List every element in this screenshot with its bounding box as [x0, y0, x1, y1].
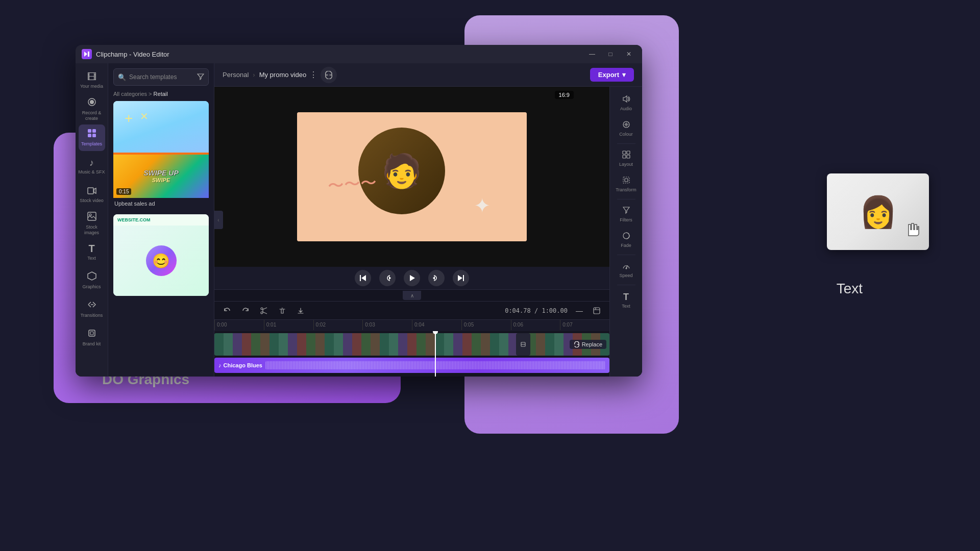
sidebar-item-music-sfx[interactable]: ♪ Music & SFX	[79, 153, 105, 180]
search-input[interactable]: Search templates	[129, 73, 194, 81]
search-box[interactable]: 🔍 Search templates	[113, 68, 209, 86]
delete-button[interactable]	[276, 304, 289, 317]
squiggle-decoration: 〜〜〜	[327, 171, 377, 198]
svg-rect-0	[88, 52, 89, 57]
maximize-button[interactable]: □	[603, 49, 618, 59]
timeline-collapse-button[interactable]: ∧	[403, 291, 421, 300]
export-button[interactable]: Export ▾	[590, 68, 634, 82]
svg-point-16	[261, 308, 263, 310]
sync-button[interactable]	[321, 67, 337, 83]
fast-forward-button[interactable]	[428, 270, 445, 286]
replace-clip-button[interactable]: Replace	[570, 340, 606, 349]
svg-point-28	[625, 268, 627, 269]
rt-text[interactable]: T Text	[613, 288, 640, 312]
collapse-panel-button[interactable]: ‹	[214, 211, 223, 229]
aspect-ratio-badge[interactable]: 16:9	[555, 91, 574, 99]
ruler-mark-4: 0:04	[412, 320, 461, 330]
minimize-button[interactable]: —	[585, 49, 599, 59]
sidebar-item-stock-video[interactable]: Stock video	[79, 182, 105, 208]
redo-button[interactable]	[239, 304, 252, 317]
sidebar-item-record-create[interactable]: Record & create	[79, 96, 105, 122]
sidebar-item-graphics[interactable]: Graphics	[79, 267, 105, 294]
svg-rect-25	[623, 177, 629, 183]
rt-text-icon: T	[623, 292, 629, 303]
title-bar: Clipchamp - Video Editor — □ ✕	[76, 45, 642, 63]
export-arrow-icon: ▾	[622, 71, 626, 79]
sidebar-item-transitions[interactable]: Transitions	[79, 296, 105, 322]
sidebar-item-stock-images[interactable]: Stock images	[79, 210, 105, 237]
personal-link[interactable]: Personal	[223, 71, 249, 79]
layout-label: Layout	[619, 162, 633, 167]
rt-transform[interactable]: Transform	[613, 172, 640, 196]
rt-layout[interactable]: Layout	[613, 146, 640, 171]
playback-controls	[214, 267, 609, 289]
project-breadcrumb: Personal › My promo video	[223, 71, 306, 79]
skip-to-start-button[interactable]	[355, 270, 371, 286]
brand-kit-icon	[87, 329, 96, 340]
rt-speed[interactable]: Speed	[613, 258, 640, 282]
video-canvas: 🧑 〜〜〜 ✦	[297, 112, 527, 241]
svg-rect-7	[88, 188, 93, 194]
template-duration: 0:15	[116, 188, 131, 195]
rt-audio[interactable]: Audio	[613, 91, 640, 115]
template-card-website[interactable]: WEBSITE.COM 😊	[113, 214, 209, 296]
svg-rect-17	[594, 308, 600, 314]
svg-rect-5	[88, 134, 91, 137]
ruler-mark-6: 0:06	[511, 320, 560, 330]
play-pause-button[interactable]	[404, 270, 420, 286]
sidebar-item-templates[interactable]: Templates	[79, 124, 105, 151]
text-floating-label: Text	[837, 281, 863, 297]
export-label: Export	[598, 71, 619, 79]
colour-label: Colour	[619, 132, 633, 137]
breadcrumb-root[interactable]: All categories	[113, 91, 147, 97]
cut-button[interactable]	[257, 304, 271, 317]
category-breadcrumb: All categories > Retail	[108, 91, 214, 101]
rt-fade[interactable]: Fade	[613, 228, 640, 252]
video-track[interactable]: Replace	[214, 333, 609, 356]
audio-track[interactable]: ♪ Chicago Blues	[214, 358, 609, 373]
swipe-text: SWIPE UP	[143, 169, 178, 177]
layout-icon	[622, 151, 630, 161]
template-preview-sale: + ✕ SALE SALE SALE SWIPE UP	[113, 101, 209, 198]
sidebar-item-text[interactable]: T Text	[79, 239, 105, 265]
sidebar-item-label: Brand kit	[83, 341, 101, 347]
timeline-zoom-out[interactable]: —	[573, 304, 586, 317]
filter-icon[interactable]	[197, 73, 204, 82]
rewind-button[interactable]	[379, 270, 396, 286]
timeline-time-display: 0:04.78 / 1:00.00	[505, 307, 568, 314]
template-card-sale[interactable]: + ✕ SALE SALE SALE SWIPE UP	[113, 101, 209, 209]
project-name[interactable]: My promo video	[259, 71, 306, 79]
templates-search-area: 🔍 Search templates	[108, 63, 214, 91]
sidebar-item-label: Your media	[80, 84, 103, 89]
svg-rect-21	[623, 151, 626, 154]
sidebar-item-label: Transitions	[81, 313, 103, 318]
filters-label: Filters	[620, 217, 632, 222]
sidebar: 🎞 Your media Record & create Templates ♪…	[76, 63, 108, 377]
svg-point-9	[89, 214, 91, 216]
track-end-marker	[516, 333, 530, 356]
playhead[interactable]	[435, 331, 436, 377]
editor-main: Personal › My promo video ⋮ Export ▾	[214, 63, 642, 377]
stock-images-icon	[87, 212, 96, 223]
svg-rect-24	[627, 155, 630, 158]
svg-point-15	[261, 312, 263, 314]
sidebar-item-label: Stock video	[80, 198, 104, 204]
svg-rect-6	[92, 134, 96, 137]
rt-colour[interactable]: Colour	[613, 116, 640, 141]
more-options-button[interactable]: ⋮	[306, 68, 321, 82]
download-button[interactable]	[294, 304, 307, 317]
skip-to-end-button[interactable]	[453, 270, 469, 286]
svg-point-20	[625, 123, 628, 126]
sidebar-item-brand-kit[interactable]: Brand kit	[79, 324, 105, 351]
svg-rect-14	[463, 275, 464, 281]
svg-point-27	[623, 233, 629, 239]
ruler-mark-5: 0:05	[461, 320, 511, 330]
undo-button[interactable]	[220, 304, 234, 317]
sidebar-item-your-media[interactable]: 🎞 Your media	[79, 67, 105, 94]
rt-filters[interactable]: Filters	[613, 202, 640, 227]
right-toolbar: Audio Colour Layout	[609, 87, 642, 377]
timeline-zoom-in[interactable]	[590, 304, 603, 317]
close-button[interactable]: ✕	[622, 49, 636, 59]
website-url: WEBSITE.COM	[113, 214, 209, 226]
music-icon: ♪	[89, 158, 94, 168]
